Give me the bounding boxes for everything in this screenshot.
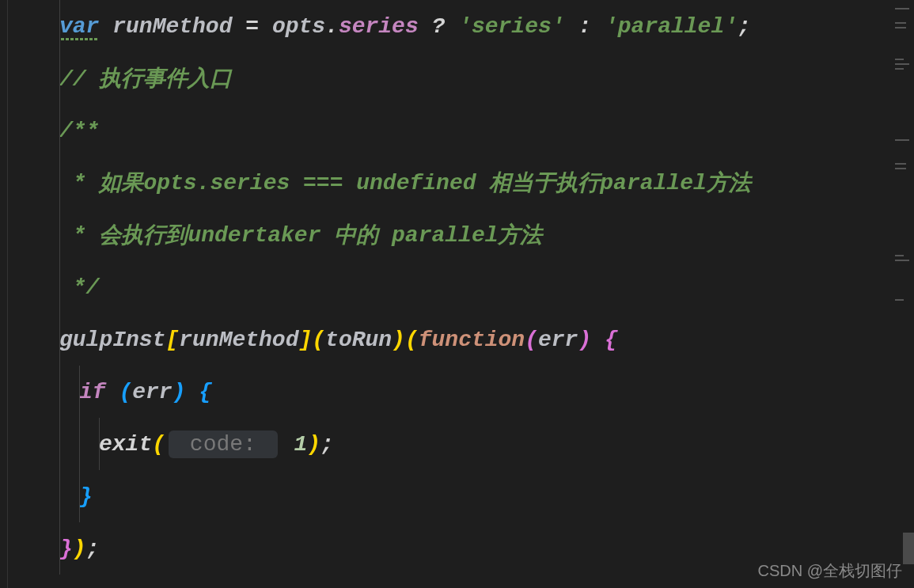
dot: .: [325, 14, 339, 39]
identifier: toRun: [325, 328, 392, 352]
brace: }: [59, 537, 73, 561]
semicolon: ;: [86, 537, 100, 561]
code-line[interactable]: gulpInst[runMethod](toRun)(function(err)…: [16, 313, 914, 366]
brace: }: [79, 484, 93, 509]
minimap-line: [895, 22, 906, 24]
paren: ): [392, 328, 405, 352]
code-line[interactable]: * 如果opts.series === undefined 相当于执行paral…: [16, 157, 914, 209]
number-literal: 1: [281, 432, 308, 457]
ternary: ?: [419, 14, 458, 39]
paren: (: [525, 328, 538, 352]
jsdoc-close: */: [59, 275, 99, 300]
comment-text: 会执行到: [99, 220, 188, 250]
minimap-line: [895, 163, 906, 165]
identifier: opts: [272, 14, 325, 39]
paren: ): [173, 380, 186, 404]
paren: (: [405, 328, 419, 352]
paren: ): [578, 328, 591, 352]
minimap-line: [895, 299, 904, 301]
comment-text: 相当于执行: [476, 168, 601, 198]
line-comment: // 执行事件入口: [59, 63, 232, 93]
colon: :: [565, 14, 605, 39]
minimap-line: [895, 260, 909, 261]
gutter: [0, 0, 8, 588]
brace: {: [591, 328, 618, 352]
bracket: ]: [298, 328, 312, 352]
identifier: err: [132, 380, 172, 404]
comment-text: 方法: [498, 220, 542, 250]
minimap-line: [895, 63, 909, 65]
bracket: [: [165, 328, 179, 352]
paren: (: [152, 432, 165, 457]
comment-bold: parallel: [600, 171, 706, 195]
minimap-line: [895, 68, 904, 70]
code-line[interactable]: /**: [16, 104, 914, 157]
code-editor[interactable]: var runMethod = opts.series ? 'series' :…: [0, 0, 914, 588]
minimap-line: [895, 8, 909, 9]
paren: ): [73, 537, 86, 561]
comment-text: 方法: [707, 168, 751, 198]
comment-text: 如果: [99, 168, 143, 198]
identifier: gulpInst: [59, 328, 165, 352]
inlay-hint: code:: [169, 431, 278, 458]
keyword-if: if: [79, 380, 119, 404]
code-line[interactable]: * 会执行到undertaker 中的 parallel方法: [16, 209, 914, 261]
minimap-line: [895, 59, 904, 60]
semicolon: ;: [320, 432, 334, 457]
string-literal: 'parallel': [605, 14, 738, 39]
identifier: runMethod: [99, 14, 245, 39]
paren: (: [312, 328, 325, 352]
paren: ): [307, 432, 320, 457]
minimap[interactable]: [890, 0, 914, 588]
param: err: [538, 328, 578, 352]
minimap-line: [895, 168, 906, 169]
minimap-line: [895, 27, 906, 28]
code-line[interactable]: }: [16, 470, 914, 522]
jsdoc-open: /**: [59, 119, 99, 143]
string-literal: 'series': [458, 14, 564, 39]
code-line[interactable]: var runMethod = opts.series ? 'series' :…: [16, 0, 914, 52]
keyword-function: function: [419, 328, 525, 352]
comment-bold: undertaker: [188, 223, 320, 248]
watermark: CSDN @全栈切图仔: [757, 560, 902, 582]
paren: (: [119, 380, 132, 404]
code-line[interactable]: */: [16, 261, 914, 313]
code-line[interactable]: // 执行事件入口: [16, 52, 914, 104]
code-content[interactable]: var runMethod = opts.series ? 'series' :…: [8, 0, 914, 588]
jsdoc-star: *: [59, 223, 99, 248]
comment-bold: opts.series === undefined: [143, 171, 476, 195]
code-line[interactable]: if (err) {: [16, 366, 914, 418]
identifier: runMethod: [179, 328, 298, 352]
vertical-scrollbar[interactable]: [903, 533, 914, 564]
function-call: exit: [99, 432, 152, 457]
jsdoc-star: *: [59, 171, 99, 195]
comment-bold: parallel: [392, 223, 498, 248]
keyword-var: var: [59, 14, 99, 39]
brace: {: [185, 380, 212, 404]
operator: =: [245, 14, 272, 39]
code-line[interactable]: exit( code: 1);: [16, 418, 914, 470]
property: series: [339, 14, 419, 39]
comment-text: 中的: [320, 220, 392, 250]
minimap-line: [895, 255, 904, 256]
semicolon: ;: [738, 14, 751, 39]
minimap-line: [895, 139, 909, 141]
